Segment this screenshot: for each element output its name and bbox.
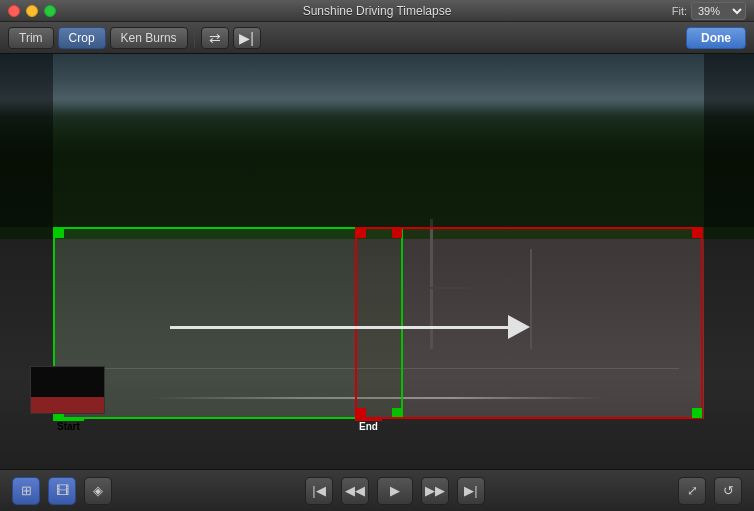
- flip-icon: ▶|: [239, 30, 254, 46]
- rotate-icon: ⇄: [209, 30, 221, 46]
- rewind-icon: |◀: [312, 483, 325, 498]
- toolbar: Trim Crop Ken Burns ⇄ ▶| Done: [0, 22, 754, 54]
- minimize-button[interactable]: [26, 5, 38, 17]
- grid-icon: ⊞: [21, 483, 32, 498]
- rotate-button[interactable]: ⇄: [201, 27, 229, 49]
- settings-button[interactable]: ◈: [84, 477, 112, 505]
- filmstrip-button[interactable]: 🎞: [48, 477, 76, 505]
- start-label: Start: [53, 419, 84, 421]
- fit-control: Fit: 39% 50% 75% 100%: [672, 2, 746, 20]
- crop-button[interactable]: Crop: [58, 27, 106, 49]
- video-area: Start End: [0, 54, 754, 469]
- end-button[interactable]: ▶|: [457, 477, 485, 505]
- end-corner-bl[interactable]: [356, 408, 366, 418]
- thumbnail-red-bar: [31, 397, 104, 413]
- rewind-button[interactable]: |◀: [305, 477, 333, 505]
- overlay-right: [704, 54, 754, 419]
- step-fwd-icon: ▶▶: [425, 483, 445, 498]
- end-corner-br[interactable]: [692, 408, 702, 418]
- arrow-line: [170, 326, 508, 329]
- thumbnail-strip: [30, 366, 105, 414]
- end-icon: ▶|: [464, 483, 477, 498]
- done-button[interactable]: Done: [686, 27, 746, 49]
- step-fwd-button[interactable]: ▶▶: [421, 477, 449, 505]
- end-label: End: [355, 419, 382, 421]
- refresh-button[interactable]: ↺: [714, 477, 742, 505]
- flip-button[interactable]: ▶|: [233, 27, 261, 49]
- fit-label: Fit:: [672, 5, 687, 17]
- title-bar: Sunshine Driving Timelapse Fit: 39% 50% …: [0, 0, 754, 22]
- trim-button[interactable]: Trim: [8, 27, 54, 49]
- filmstrip-icon: 🎞: [56, 483, 69, 498]
- refresh-icon: ↺: [723, 483, 734, 498]
- step-back-button[interactable]: ◀◀: [341, 477, 369, 505]
- close-button[interactable]: [8, 5, 20, 17]
- play-icon: ▶: [390, 483, 400, 498]
- toolbar-separator: [194, 28, 195, 48]
- start-corner-tl[interactable]: [54, 228, 64, 238]
- window-title: Sunshine Driving Timelapse: [303, 4, 452, 18]
- settings-icon: ◈: [93, 483, 103, 498]
- bottom-bar: ⊞ 🎞 ◈ |◀ ◀◀ ▶ ▶▶ ▶| ⤢ ↺: [0, 469, 754, 511]
- arrow-head: [508, 315, 530, 339]
- end-corner-tr[interactable]: [692, 228, 702, 238]
- step-back-icon: ◀◀: [345, 483, 365, 498]
- view-mode-button[interactable]: ⊞: [12, 477, 40, 505]
- fullscreen-icon: ⤢: [687, 483, 698, 498]
- overlay-left: [0, 54, 53, 419]
- maximize-button[interactable]: [44, 5, 56, 17]
- fullscreen-button[interactable]: ⤢: [678, 477, 706, 505]
- end-corner-tl[interactable]: [356, 228, 366, 238]
- ken-burns-arrow: [170, 312, 530, 342]
- ken-burns-button[interactable]: Ken Burns: [110, 27, 188, 49]
- fit-select[interactable]: 39% 50% 75% 100%: [691, 2, 746, 20]
- play-button[interactable]: ▶: [377, 477, 413, 505]
